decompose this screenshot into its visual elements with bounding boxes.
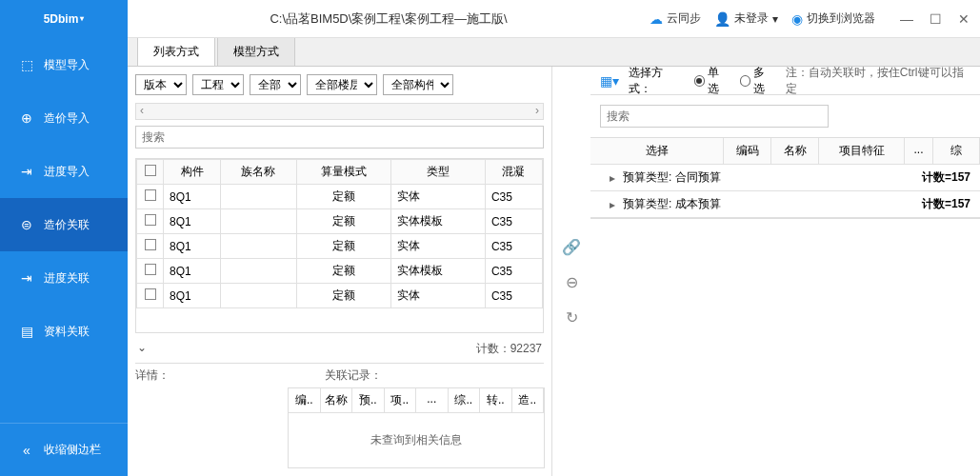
sidebar-item-label: 进度导入 [44,164,90,180]
project-select[interactable]: 工程1 [192,74,244,95]
expand-arrow-icon[interactable]: ▸ [590,198,619,211]
budget-group-row[interactable]: ▸ 预算类型: 合同预算 计数=157 [590,165,980,191]
row-checkbox[interactable] [145,288,156,300]
note-label: 注：自动关联时，按住Ctrl键可以指定 [786,67,970,97]
table-row[interactable]: 8Q1定额实体模板C35 [137,259,543,284]
floor-select[interactable]: 全部楼层 [307,74,377,95]
logo[interactable]: 5Dbim▾ [0,0,128,38]
header-component[interactable]: 构件 [164,160,221,185]
rp-header-name[interactable]: 名称 [771,138,819,164]
group-count: 计数=157 [904,169,980,186]
switch-browser-button[interactable]: ◉切换到浏览器 [791,10,875,27]
component-select[interactable]: 全部构件 [383,74,453,95]
group-label: 预算类型: 合同预算 [619,169,904,186]
chevron-down-icon: ▾ [80,14,84,23]
header-type[interactable]: 类型 [390,160,485,185]
rel-col[interactable]: 预.. [352,388,385,412]
search-input[interactable] [135,126,544,149]
minimize-button[interactable]: — [898,11,915,27]
sidebar-item-label: 造价导入 [44,110,90,127]
row-checkbox[interactable] [145,189,156,201]
radio-multi[interactable]: 多选 [740,67,776,97]
rp-header-comp[interactable]: 综 [933,138,980,164]
sidebar-collapse-button[interactable]: «收缩侧边栏 [0,423,128,476]
sidebar-item-label: 模型导入 [44,57,90,73]
row-checkbox[interactable] [145,264,156,275]
header-concrete[interactable]: 混凝 [485,160,542,185]
header-mode[interactable]: 算量模式 [296,160,390,185]
cloud-icon: ☁ [650,11,663,27]
cost-import-icon: ⊕ [19,110,34,126]
row-checkbox[interactable] [145,214,156,226]
left-panel: 版本1 工程1 全部 全部楼层 全部构件 ‹› 构件 族名称 算量模式 [128,67,552,476]
login-button[interactable]: 👤未登录▾ [714,10,778,27]
sidebar-item-cost-import[interactable]: ⊕造价导入 [0,91,128,145]
refresh-icon[interactable]: ↻ [566,308,578,327]
rel-col[interactable]: 综.. [449,388,481,412]
version-select[interactable]: 版本1 [135,74,187,95]
right-panel: ▦▾ 选择方式： 单选 多选 注：自动关联时，按住Ctrl键可以指定 选择 编码… [590,67,980,476]
rel-col[interactable]: 转.. [480,388,512,412]
sidebar-item-label: 收缩侧边栏 [44,442,101,458]
sidebar-item-label: 资料关联 [44,324,90,340]
sidebar-item-progress-relation[interactable]: ⇥进度关联 [0,251,128,305]
sidebar-item-model-import[interactable]: ⬚模型导入 [0,38,128,91]
cost-relation-icon: ⊜ [19,217,34,232]
relation-label: 关联记录： [325,367,382,384]
relation-table: 编.. 名称 预.. 项.. ... 综.. 转.. 造.. 未查询到相关信息 [288,387,545,468]
titlebar: 5Dbim▾ C:\品茗BIM5D\案例工程\案例工程—施工版\ ☁云同步 👤未… [0,0,980,38]
progress-relation-icon: ⇥ [19,270,34,286]
radio-single[interactable]: 单选 [694,67,730,97]
cloud-sync-button[interactable]: ☁云同步 [650,10,701,27]
rel-col[interactable]: 名称 [321,388,353,412]
rp-header-code[interactable]: 编码 [724,138,771,164]
rp-header-select[interactable]: 选择 [590,138,724,164]
link-toolbar: 🔗 ⊖ ↻ [552,67,590,476]
document-relation-icon: ▤ [19,324,34,339]
relation-empty: 未查询到相关信息 [289,413,544,467]
table-row[interactable]: 8Q1定额实体C35 [137,284,543,308]
rel-col[interactable]: 项.. [385,388,417,412]
budget-table: 选择 编码 名称 项目特征 ... 综 ▸ 预算类型: 合同预算 计数=157 … [590,137,980,219]
chevron-left-icon: « [19,443,34,458]
chevron-down-icon: ▾ [772,12,778,26]
all-select[interactable]: 全部 [250,74,301,95]
close-button[interactable]: ✕ [955,11,972,27]
sidebar-item-progress-import[interactable]: ⇥进度导入 [0,145,128,198]
sidebar-item-label: 进度关联 [44,270,90,287]
browser-icon: ◉ [791,11,803,27]
tab-list-mode[interactable]: 列表方式 [137,38,215,66]
rp-header-dots[interactable]: ... [905,138,933,164]
horizontal-scrollbar[interactable]: ‹› [135,103,544,120]
sidebar-item-document-relation[interactable]: ▤资料关联 [0,305,128,358]
table-row[interactable]: 8Q1定额实体C35 [137,234,543,259]
sidebar-item-label: 造价关联 [44,217,90,233]
link-icon[interactable]: 🔗 [562,238,581,256]
rel-col[interactable]: 编.. [289,388,321,412]
table-row[interactable]: 8Q1定额实体模板C35 [137,209,543,234]
count-label: 计数：92237 [476,341,542,357]
budget-group-row[interactable]: ▸ 预算类型: 成本预算 计数=157 [590,191,980,218]
table-row[interactable]: 8Q1定额实体C35 [137,185,543,209]
component-table: 构件 族名称 算量模式 类型 混凝 8Q1定额实体C35 8Q1定额实体模板C3… [135,158,544,333]
expand-icon[interactable]: ⌄ [137,341,147,357]
user-icon: 👤 [714,11,730,27]
group-label: 预算类型: 成本预算 [619,196,904,212]
unlink-icon[interactable]: ⊖ [566,273,578,291]
group-count: 计数=157 [904,196,980,212]
maximize-button[interactable]: ☐ [927,11,944,27]
rel-col[interactable]: 造.. [512,388,545,412]
rp-header-feature[interactable]: 项目特征 [819,138,905,164]
row-checkbox[interactable] [145,239,156,250]
select-mode-label: 选择方式： [629,67,685,97]
expand-arrow-icon[interactable]: ▸ [590,171,619,185]
tab-model-mode[interactable]: 模型方式 [217,38,295,66]
header-family[interactable]: 族名称 [221,160,297,185]
sidebar-item-cost-relation[interactable]: ⊜造价关联 [0,198,128,251]
header-checkbox[interactable] [137,160,164,185]
right-search-input[interactable] [600,105,829,128]
grid-icon[interactable]: ▦▾ [600,73,619,89]
rel-col[interactable]: ... [416,388,449,412]
file-path: C:\品茗BIM5D\案例工程\案例工程—施工版\ [128,10,650,28]
model-import-icon: ⬚ [19,57,34,72]
